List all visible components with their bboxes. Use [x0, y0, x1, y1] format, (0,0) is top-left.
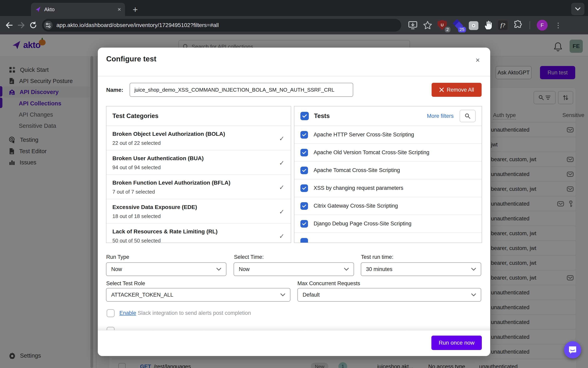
run-once-now-label: Run once now: [439, 340, 474, 346]
test-name: XSS by changing request parameters: [314, 185, 404, 191]
test-row[interactable]: Citrix Gateway Cross-Site Scripting: [294, 197, 482, 215]
screenshot-extension-icon[interactable]: [469, 21, 478, 30]
hand-extension-icon[interactable]: [484, 20, 493, 30]
test-category-row[interactable]: Lack of Resources & Rate Limiting (RL) 5…: [106, 224, 291, 243]
extensions-puzzle-icon[interactable]: [513, 20, 523, 30]
f-question-extension-icon[interactable]: f?: [498, 20, 508, 30]
select-test-role-value: ATTACKER_TOKEN_ALL: [111, 292, 173, 298]
test-name: Apache Tomcat Cross-Site Scripting: [314, 167, 400, 173]
f-ext-label: f?: [500, 22, 505, 29]
slack-rest-text: Slack integration to send alerts post co…: [136, 310, 251, 316]
browser-menu-button[interactable]: ⋮: [555, 21, 562, 29]
category-selected-count: 50 out of 50 selected: [112, 238, 285, 243]
test-run-time-label: Test run time:: [361, 254, 393, 260]
test-category-row[interactable]: Excessive Data Exposure (EDE) 18 out of …: [106, 199, 291, 224]
test-row[interactable]: Apache HTTP Server Cross-Site Scripting: [294, 126, 482, 144]
test-run-time-value: 30 minutes: [366, 266, 392, 272]
category-check-icon: ✓: [279, 232, 285, 240]
remove-all-button[interactable]: Remove All: [432, 83, 482, 97]
adblock-badge: 2: [445, 27, 450, 32]
tests-search-button[interactable]: [459, 110, 476, 122]
category-check-icon: ✓: [279, 135, 285, 142]
test-row-partial: [294, 233, 482, 243]
select-time-value: Now: [239, 266, 250, 272]
purple-extension-icon[interactable]: 25: [453, 20, 464, 30]
tab-search-button[interactable]: [571, 3, 584, 15]
run-type-label: Run Type: [106, 254, 129, 260]
new-tab-button[interactable]: +: [130, 4, 141, 15]
bookmark-star-icon[interactable]: [423, 21, 432, 30]
remove-all-label: Remove All: [447, 87, 474, 93]
category-selected-count: 18 out of 18 selected: [112, 213, 285, 219]
adblock-extension-icon[interactable]: U 2: [438, 20, 448, 30]
chat-widget-button[interactable]: [564, 341, 581, 359]
test-checkbox[interactable]: [300, 167, 308, 174]
modal-footer: Run once now: [98, 330, 490, 356]
test-checkbox[interactable]: [300, 149, 308, 156]
toolbar-divider: [530, 21, 530, 29]
test-name: Citrix Gateway Cross-Site Scripting: [314, 203, 398, 209]
run-type-select[interactable]: Now: [106, 262, 226, 276]
forward-button[interactable]: [15, 19, 27, 31]
test-category-row[interactable]: Broken Object Level Authorization (BOLA)…: [106, 126, 291, 150]
modal-title: Configure test: [106, 55, 156, 63]
search-icon: [465, 113, 470, 119]
chevron-down-icon: [344, 268, 349, 271]
akto-favicon-icon: [35, 6, 41, 12]
chevron-down-icon: [471, 293, 476, 296]
test-name-input[interactable]: juice_shop_demo_XSS_COMMAND_INJECTION_BO…: [130, 83, 353, 97]
categories-list: Broken Object Level Authorization (BOLA)…: [106, 126, 291, 243]
test-checkbox[interactable]: [300, 184, 308, 192]
slack-enable-link[interactable]: Enable: [119, 310, 136, 316]
test-category-row[interactable]: Broken Function Level Authorization (BFL…: [106, 175, 291, 199]
configure-test-modal: Configure test × Name: juice_shop_demo_X…: [98, 48, 490, 356]
test-run-time-select[interactable]: 30 minutes: [361, 262, 481, 276]
category-check-icon: ✓: [279, 208, 285, 216]
browser-window: Akto × +: [0, 0, 588, 368]
test-checkbox[interactable]: [300, 202, 308, 210]
test-category-row[interactable]: Broken User Authentication (BUA) 94 out …: [106, 150, 291, 175]
install-app-icon[interactable]: [408, 21, 418, 30]
tests-list: Apache HTTP Server Cross-Site Scripting …: [294, 126, 482, 233]
browser-toolbar: app.akto.io/dashboard/observe/inventory/…: [0, 16, 588, 34]
select-time-select[interactable]: Now: [234, 262, 354, 276]
test-checkbox[interactable]: [300, 238, 308, 243]
test-name: Django Debug Page Cross-Site Scripting: [314, 221, 411, 227]
max-concurrent-label: Max Concurrent Requests: [297, 280, 360, 287]
select-test-role-select[interactable]: ATTACKER_TOKEN_ALL: [106, 288, 290, 302]
url-text: app.akto.io/dashboard/observe/inventory/…: [56, 22, 219, 28]
url-bar[interactable]: app.akto.io/dashboard/observe/inventory/…: [42, 19, 401, 32]
select-all-tests-checkbox[interactable]: [300, 112, 309, 120]
category-title: Excessive Data Exposure (EDE): [112, 204, 285, 210]
chat-bubble-icon: [568, 346, 577, 354]
back-arrow-icon: [6, 22, 13, 28]
tab-title: Akto: [44, 6, 117, 13]
test-categories-panel: Test Categories Broken Object Level Auth…: [106, 106, 291, 243]
forward-arrow-icon: [18, 22, 25, 28]
test-name: Apache Old Version Tomcat Cross-Site Scr…: [314, 149, 429, 156]
name-label: Name:: [106, 87, 123, 93]
test-row[interactable]: Django Debug Page Cross-Site Scripting: [294, 215, 482, 233]
test-row[interactable]: XSS by changing request parameters: [294, 179, 482, 197]
run-type-value: Now: [111, 266, 122, 272]
tab-close-icon[interactable]: ×: [117, 6, 121, 12]
slack-enable-checkbox[interactable]: [107, 309, 115, 317]
run-once-now-button[interactable]: Run once now: [432, 336, 482, 350]
browser-profile-avatar[interactable]: F: [537, 20, 548, 31]
max-concurrent-select[interactable]: Default: [297, 288, 481, 302]
test-row[interactable]: Apache Tomcat Cross-Site Scripting: [294, 162, 482, 179]
select-test-role-label: Select Test Role: [106, 280, 145, 287]
test-checkbox[interactable]: [300, 220, 308, 228]
back-button[interactable]: [3, 19, 15, 31]
chevron-down-icon: [280, 293, 285, 296]
category-title: Broken User Authentication (BUA): [112, 155, 285, 162]
category-title: Broken Object Level Authorization (BOLA): [112, 131, 285, 137]
modal-close-icon[interactable]: ×: [476, 56, 480, 64]
slack-integration-text: Enable Slack integration to send alerts …: [119, 310, 251, 316]
reload-button[interactable]: [27, 19, 39, 31]
browser-tab[interactable]: Akto ×: [31, 3, 125, 16]
test-row[interactable]: Apache Old Version Tomcat Cross-Site Scr…: [294, 144, 482, 162]
purple-ext-badge: 25: [458, 27, 466, 32]
test-checkbox[interactable]: [300, 131, 308, 138]
more-filters-link[interactable]: More filters: [427, 113, 454, 119]
